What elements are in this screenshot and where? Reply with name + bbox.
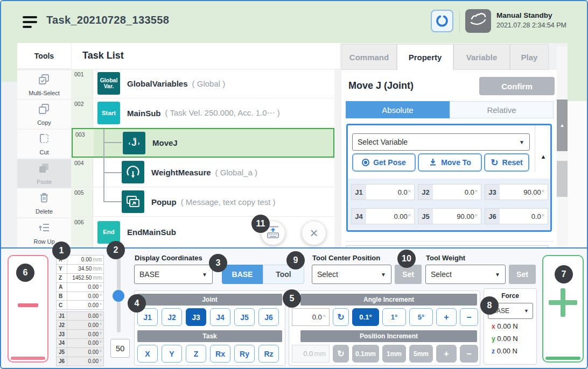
- frame-base-button[interactable]: BASE: [222, 265, 263, 284]
- jog-j2-button[interactable]: J2: [162, 308, 182, 326]
- mode-relative-button[interactable]: Relative: [450, 101, 554, 118]
- callout-5: 5: [283, 289, 301, 308]
- left-margin: [1, 43, 17, 82]
- row-number: 004: [74, 160, 84, 166]
- jog-rz-button[interactable]: Rz: [258, 345, 279, 363]
- tools-header: Tools: [17, 43, 71, 69]
- jog-y-button[interactable]: Y: [162, 345, 182, 363]
- tab-variable[interactable]: Variable: [453, 44, 510, 70]
- position-preset-01-button: 0.1mm: [352, 345, 379, 363]
- task-row-name: EndMainSub: [127, 228, 176, 237]
- task-row-name: Popup: [151, 197, 177, 207]
- gripper-button[interactable]: [431, 10, 453, 32]
- chevron-down-icon: ▼: [381, 272, 386, 278]
- jog-z-button[interactable]: Z: [186, 345, 206, 363]
- joint-j6-field[interactable]: J60.0°: [485, 208, 548, 224]
- callout-7: 7: [555, 265, 573, 283]
- angle-preset-1-button[interactable]: 1°: [382, 308, 406, 326]
- angle-increment-input[interactable]: 0.0°: [292, 308, 330, 326]
- tool-weight-label: Tool Weight: [426, 254, 465, 262]
- collapse-arrow[interactable]: ▲: [537, 152, 549, 161]
- angle-preset-01-button[interactable]: 0.1°: [352, 308, 379, 326]
- position-plus-button: +: [436, 345, 457, 363]
- tab-command[interactable]: Command: [341, 44, 397, 70]
- move-to-button[interactable]: Move To: [418, 153, 482, 172]
- tool-weight-dropdown[interactable]: Select ▼: [425, 265, 506, 284]
- force-z-readout: z 0.00 N: [492, 347, 517, 355]
- property-scrollbar-up[interactable]: ▲: [557, 100, 568, 151]
- tool-delete[interactable]: Delete: [17, 189, 71, 217]
- hand-icon: [470, 12, 487, 30]
- joint-j5-field[interactable]: J590.00°: [418, 208, 481, 224]
- jog-j3-button[interactable]: J3: [186, 308, 206, 326]
- joint-j2-field[interactable]: J20.0°: [418, 184, 481, 200]
- tab-property[interactable]: Property: [397, 44, 453, 70]
- confirm-button[interactable]: Confirm: [479, 77, 555, 95]
- pose-row-j1: J10.00°: [56, 311, 104, 321]
- tree-connector-stub: [103, 172, 122, 173]
- manual-mode-button[interactable]: [465, 9, 491, 33]
- property-scrollbar-thumb[interactable]: [557, 161, 568, 197]
- callout-6: 6: [16, 264, 34, 282]
- display-coordinates-dropdown[interactable]: BASE ▼: [134, 265, 213, 284]
- joint-j1-field[interactable]: J10.0°: [351, 184, 415, 200]
- speed-value-box[interactable]: 50: [110, 339, 130, 358]
- joint-j3-field[interactable]: J390.00°: [485, 184, 548, 200]
- tool-multi-select[interactable]: Multi-Select: [17, 70, 71, 99]
- callout-11: 11: [251, 215, 270, 233]
- jog-rx-button[interactable]: Rx: [210, 345, 230, 363]
- angle-plus-button[interactable]: +: [436, 308, 457, 326]
- angle-minus-button[interactable]: −: [460, 308, 478, 326]
- jog-j5-button[interactable]: J5: [234, 308, 255, 326]
- pose-box-divider: [535, 125, 535, 172]
- speed-slider-knob[interactable]: [113, 290, 124, 302]
- angle-reset-button[interactable]: ↻: [333, 308, 349, 326]
- row-number: 001: [74, 71, 84, 77]
- position-preset-1-button: 1mm: [382, 345, 406, 363]
- task-row-mainsub[interactable]: 002 Start MainSub ( Task Vel. 250.000, A…: [72, 98, 334, 128]
- task-list-scrollbar[interactable]: [334, 69, 340, 247]
- pose-row-b: B0.00°: [56, 292, 104, 301]
- close-jog-button[interactable]: ×: [302, 221, 326, 245]
- task-row-globalvariables[interactable]: 001 GlobalVar. GlobalVariables ( Global …: [72, 69, 334, 98]
- end-icon: End: [97, 221, 120, 244]
- start-icon: Start: [97, 102, 120, 124]
- callout-4: 4: [128, 294, 146, 313]
- reset-icon: ↻: [337, 349, 344, 359]
- chevron-down-icon: ▼: [524, 308, 529, 314]
- jog-j6-button[interactable]: J6: [258, 308, 279, 326]
- task-title: Task_20210728_133558: [46, 14, 169, 26]
- minus-icon: [18, 303, 38, 307]
- joint-section-header: Joint: [137, 294, 282, 306]
- position-increment-input: 0.0mm: [292, 345, 330, 363]
- task-list-panel: Task List 001 GlobalVar. GlobalVariables…: [72, 43, 340, 247]
- task-row-detail: ( Task Vel. 250.000, Acc. 1.0⋯ ): [165, 108, 280, 118]
- callout-9: 9: [286, 251, 305, 269]
- get-pose-button[interactable]: Get Pose: [352, 153, 416, 172]
- tab-play[interactable]: Play: [510, 44, 549, 70]
- variable-select-dropdown[interactable]: Select Variable ▼: [352, 133, 530, 151]
- tool-weight-set-button[interactable]: Set: [509, 265, 536, 284]
- callout-1: 1: [52, 242, 71, 260]
- joint-j4-field[interactable]: J40.00°: [351, 208, 415, 224]
- copy-icon: [38, 103, 51, 118]
- force-y-readout: y 0.00 N: [492, 335, 518, 343]
- jog-j4-button[interactable]: J4: [210, 308, 230, 326]
- pose-row-j6: J60.00°: [56, 357, 104, 366]
- task-row-name: GlobalVariables: [127, 79, 188, 88]
- tool-cut[interactable]: Cut: [17, 130, 71, 158]
- cut-icon: [38, 132, 51, 147]
- reset-pose-button[interactable]: ↻ Reset: [484, 153, 529, 172]
- right-margin: [568, 43, 587, 101]
- header-bar: Task_20210728_133558 Manual Standby 2021…: [1, 1, 587, 43]
- task-row-detail: ( Global ): [192, 79, 226, 88]
- jog-x-button[interactable]: X: [137, 345, 158, 363]
- angle-preset-5-button[interactable]: 5°: [409, 308, 433, 326]
- scroll-up-icon: ▲: [560, 123, 565, 128]
- tool-center-position-dropdown[interactable]: Select ▼: [312, 265, 391, 284]
- jog-ry-button[interactable]: Ry: [234, 345, 255, 363]
- tool-copy[interactable]: Copy: [17, 100, 71, 129]
- get-pose-icon: [362, 159, 369, 166]
- task-row-name: MoveJ: [152, 138, 178, 147]
- mode-absolute-button[interactable]: Absolute: [346, 101, 450, 118]
